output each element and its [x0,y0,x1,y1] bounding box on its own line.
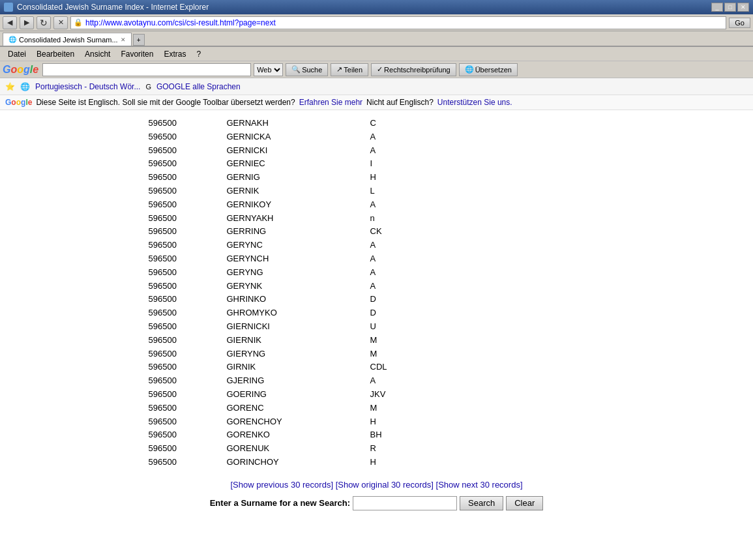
row-id: 596500 [149,212,227,226]
table-row: 596500 GORENKO BH [149,428,605,442]
row-surname: GERNAKH [227,117,370,130]
back-button[interactable]: ◀ [3,16,17,29]
table-row: 596500 GORENCHOY H [149,415,605,429]
row-surname: GERYNK [227,280,370,293]
row-id: 596500 [149,280,227,293]
row-surname: GORINCHOY [227,456,370,469]
menu-help[interactable]: ? [191,48,206,59]
row-surname: GJERING [227,374,370,388]
menu-bearbeiten[interactable]: Bearbeiten [31,48,80,59]
row-surname: GERNIK [227,184,370,198]
row-surname: GORENKO [227,428,370,442]
tab-close-button[interactable]: ✕ [121,37,126,43]
table-row: 596500 GIERNICKI U [149,320,605,334]
menu-ansicht[interactable]: Ansicht [80,48,115,59]
row-surname: GOERING [227,388,370,402]
tab-bar: 🌐 Consolidated Jewish Surnam... ✕ + [0,31,753,47]
browser-icon [4,3,13,12]
lang-option-1[interactable]: Portugiesisch - Deutsch Wör... [35,82,140,91]
row-code: A [370,239,376,252]
row-code: JKV [370,388,386,402]
row-id: 596500 [149,456,227,469]
row-code: D [370,293,376,306]
spell-icon: ✓ [377,65,383,74]
translate-message: Diese Seite ist Englisch. Soll sie mit d… [36,98,295,107]
google-logo: Google [5,98,32,107]
row-code: H [370,456,376,469]
table-row: 596500 GERNAKH C [149,117,605,130]
menu-datei[interactable]: Datei [3,48,31,59]
surname-search-input[interactable] [353,496,457,510]
minimize-button[interactable]: _ [711,3,723,12]
table-row: 596500 GOERING JKV [149,388,605,402]
row-code: R [370,442,376,456]
not-english-text: Nicht auf Englisch? [366,98,434,107]
row-code: U [370,320,376,334]
spell-button[interactable]: ✓ Rechtschreibprüfung [371,63,456,76]
url-input[interactable] [85,18,723,27]
prev-records-link[interactable]: [Show previous 30 records] [230,480,333,490]
next-records-link[interactable]: [Show next 30 records] [436,480,523,490]
table-row: 596500 GHROMYKO D [149,306,605,320]
teilen-button[interactable]: ↗ Teilen [331,63,368,76]
row-surname: GHRINKO [227,293,370,306]
address-bar[interactable]: 🔒 [70,16,726,29]
row-id: 596500 [149,388,227,402]
menu-favoriten[interactable]: Favoriten [115,48,158,59]
row-code: M [370,347,377,361]
row-surname: GERNIEC [227,157,370,171]
menu-extras[interactable]: Extras [158,48,191,59]
row-surname: GORENUK [227,442,370,456]
new-tab-button[interactable]: + [133,34,145,46]
stop-button[interactable]: ✕ [53,16,68,29]
google-icon-small: G [145,83,151,91]
maximize-button[interactable]: □ [724,3,736,12]
table-row: 596500 GERYNC A [149,239,605,252]
translate-button[interactable]: 🌐 Übersetzen [459,63,518,76]
window-title: Consolidated Jewish Surname Index - Inte… [17,3,707,12]
go-button[interactable]: Go [729,18,750,28]
close-button[interactable]: ✕ [737,3,749,12]
search-section: Enter a Surname for a new Search: Search… [13,496,740,510]
row-surname: GERRING [227,225,370,239]
lang-option-2[interactable]: GOOGLE alle Sprachen [156,82,241,91]
google-search-input[interactable] [42,63,251,76]
row-code: M [370,334,377,347]
google-toolbar-logo: Google [3,64,38,76]
table-row: 596500 GIERYNG M [149,347,605,361]
row-id: 596500 [149,130,227,144]
row-id: 596500 [149,347,227,361]
window-controls[interactable]: _ □ ✕ [711,3,749,12]
row-code: L [370,184,375,198]
table-row: 596500 GIERNIK M [149,334,605,347]
table-row: 596500 GHRINKO D [149,293,605,306]
row-code: A [370,266,376,280]
row-id: 596500 [149,144,227,158]
original-records-link[interactable]: [Show original 30 records] [336,480,434,490]
row-id: 596500 [149,415,227,429]
active-tab[interactable]: 🌐 Consolidated Jewish Surnam... ✕ [3,33,132,46]
row-surname: GHROMYKO [227,306,370,320]
table-row: 596500 GERRING CK [149,225,605,239]
tab-label: Consolidated Jewish Surnam... [19,36,118,44]
row-code: H [370,171,376,184]
help-link[interactable]: Unterstützen Sie uns. [437,98,512,107]
search-scope-select[interactable]: Web [254,63,283,76]
clear-button[interactable]: Clear [506,496,543,510]
table-row: 596500 GERNYAKH n [149,212,605,226]
learn-more-link[interactable]: Erfahren Sie mehr [299,98,362,107]
search-icon: 🔍 [291,65,301,74]
row-id: 596500 [149,266,227,280]
suche-button[interactable]: 🔍 Suche [286,63,328,76]
table-row: 596500 GERYNK A [149,280,605,293]
row-surname: GIERYNG [227,347,370,361]
row-surname: GIRNIK [227,361,370,374]
refresh-button[interactable]: ↻ [37,16,51,29]
nav-bar: ◀ ▶ ↻ ✕ 🔒 Go [0,14,753,31]
row-code: I [370,157,373,171]
row-code: n [370,212,375,226]
search-button[interactable]: Search [460,496,503,510]
row-code: A [370,252,376,266]
forward-button[interactable]: ▶ [20,16,34,29]
translate-icon: 🌐 [465,65,474,74]
